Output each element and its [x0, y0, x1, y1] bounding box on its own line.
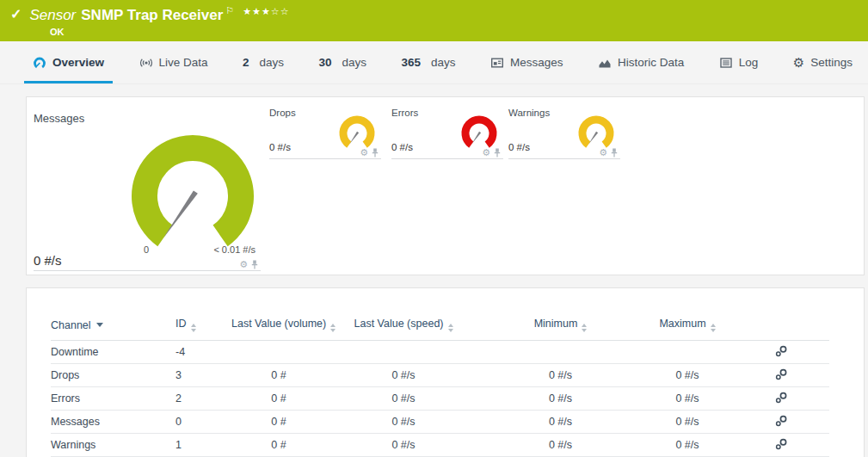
column-header-last-value-speed[interactable]: Last Value (speed) [326, 312, 481, 341]
minimum-value: 0 #/s [481, 434, 640, 457]
maximum-value [640, 341, 735, 364]
gauge-tile-errors: Errors 0 #/s ⚙ [391, 108, 503, 159]
channel-id: 1 [175, 434, 231, 457]
gauge-needle [471, 132, 481, 145]
sort-icon [330, 324, 336, 332]
table-row: Warnings 1 0 # 0 #/s 0 #/s 0 #/s [51, 434, 829, 457]
channel-settings-icon[interactable] [775, 392, 789, 404]
gauge-value: 0 #/s [269, 142, 291, 152]
channel-settings-icon[interactable] [775, 415, 789, 427]
gauge-needle [349, 132, 359, 145]
channel-settings-icon[interactable] [775, 345, 789, 357]
pin-icon[interactable] [371, 148, 379, 157]
channel-settings-icon[interactable] [775, 438, 789, 450]
gauge-value: 0 #/s [34, 253, 62, 268]
channel-name: Messages [51, 411, 175, 434]
sort-icon [711, 324, 716, 332]
channels-table: Channel ID Last Value (volume) Last Valu… [51, 312, 829, 457]
sort-icon [448, 324, 453, 332]
maximum-value: 0 #/s [640, 434, 735, 457]
warnings-gauge [576, 114, 617, 151]
channel-id: 0 [175, 411, 231, 434]
tab-number: 365 [402, 56, 422, 69]
tab-2-days[interactable]: 2 days [232, 41, 294, 83]
gauge-needle [163, 190, 198, 238]
gear-icon[interactable]: ⚙ [239, 260, 248, 269]
stars-empty[interactable]: ☆☆ [271, 6, 290, 17]
sensor-type-label: Sensor [29, 6, 76, 25]
column-header-channel[interactable]: Channel [51, 312, 175, 341]
gauge-tile-warnings: Warnings 0 #/s ⚙ [508, 108, 620, 159]
column-header-id[interactable]: ID [175, 312, 231, 341]
pin-icon[interactable] [610, 148, 619, 157]
last-value-speed: 0 #/s [326, 387, 481, 411]
scale-max-label: < 0.01 #/s [213, 244, 255, 255]
gear-icon[interactable]: ⚙ [599, 148, 607, 157]
tab-overview[interactable]: Overview [22, 41, 114, 83]
stars-filled[interactable]: ★★★ [243, 6, 271, 17]
sort-icon [582, 324, 587, 332]
tab-365-days[interactable]: 365 days [391, 41, 466, 83]
last-value-speed: 0 #/s [326, 411, 481, 434]
gear-icon[interactable]: ⚙ [482, 148, 490, 157]
tab-label: Overview [52, 56, 104, 69]
table-row: Drops 3 0 # 0 #/s 0 #/s 0 #/s [51, 364, 829, 387]
status-check-icon: ✓ [10, 6, 22, 23]
historic-chart-icon [598, 56, 612, 70]
column-header-minimum[interactable]: Minimum [481, 312, 640, 341]
tab-number: 30 [319, 56, 332, 69]
broadcast-icon [139, 56, 153, 70]
table-row: Downtime -4 [51, 341, 829, 364]
messages-icon [490, 56, 504, 70]
gear-icon[interactable]: ⚙ [360, 148, 368, 157]
minimum-value: 0 #/s [481, 364, 640, 387]
sensor-title: SNMP Trap Receiver [81, 6, 223, 25]
sort-desc-icon [96, 323, 103, 327]
column-header-last-value-volume[interactable]: Last Value (volume) [231, 312, 326, 341]
table-row: Errors 2 0 # 0 #/s 0 #/s 0 #/s [51, 387, 829, 411]
last-value-volume [231, 341, 326, 364]
channel-settings-icon[interactable] [775, 368, 789, 380]
channels-panel: Channel ID Last Value (volume) Last Valu… [26, 287, 865, 457]
maximum-value: 0 #/s [640, 387, 735, 411]
column-header-maximum[interactable]: Maximum [640, 312, 735, 341]
tab-log[interactable]: Log [709, 41, 769, 83]
gauge-value: 0 #/s [391, 142, 413, 152]
gear-icon: ⚙ [793, 56, 804, 70]
gauge-tile-drops: Drops 0 #/s ⚙ [269, 108, 381, 159]
tab-bar: Overview Live Data 2 days 30 days 365 da… [0, 41, 868, 84]
tab-number: 2 [243, 56, 249, 69]
gauge-value: 0 #/s [508, 142, 530, 152]
log-icon [719, 56, 733, 70]
table-header-row: Channel ID Last Value (volume) Last Valu… [51, 312, 829, 341]
gauge-title: Drops [269, 108, 296, 118]
priority-flag-icon[interactable]: ⚐ [225, 6, 234, 16]
tab-label: Settings [810, 56, 853, 69]
pin-icon[interactable] [493, 148, 502, 157]
errors-gauge [459, 114, 500, 151]
messages-gauge [120, 123, 266, 254]
last-value-volume: 0 # [231, 364, 326, 387]
tab-label: Historic Data [618, 56, 684, 69]
channel-name: Warnings [51, 434, 175, 457]
drops-gauge [336, 114, 378, 151]
table-row: Messages 0 0 # 0 #/s 0 #/s 0 #/s [51, 411, 829, 434]
tab-unit: days [342, 56, 367, 69]
column-header-actions [735, 312, 829, 341]
gauge-tile-messages: Messages 0 < 0.01 #/s 0 #/s ⚙ [34, 106, 261, 271]
maximum-value: 0 #/s [640, 364, 735, 387]
pin-icon[interactable] [250, 260, 259, 269]
gauge-title: Errors [391, 108, 418, 118]
tab-settings[interactable]: ⚙ Settings [783, 41, 863, 83]
gauge-needle [588, 132, 598, 145]
last-value-speed: 0 #/s [326, 434, 481, 457]
tab-30-days[interactable]: 30 days [309, 41, 378, 83]
tab-live-data[interactable]: Live Data [129, 41, 219, 83]
tab-messages[interactable]: Messages [480, 41, 574, 83]
scale-min-label: 0 [144, 244, 149, 255]
favorite-stars[interactable]: ★★★☆☆ [243, 6, 289, 17]
channel-name: Drops [51, 364, 175, 387]
tab-unit: days [431, 56, 456, 69]
sort-icon [191, 324, 196, 332]
tab-historic-data[interactable]: Historic Data [588, 41, 694, 83]
